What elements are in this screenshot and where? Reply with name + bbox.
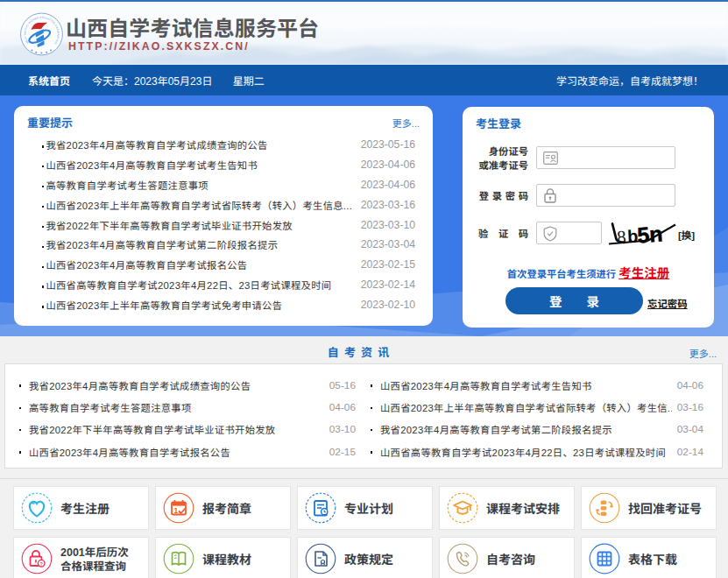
svg-text:1: 1 [174, 506, 179, 515]
